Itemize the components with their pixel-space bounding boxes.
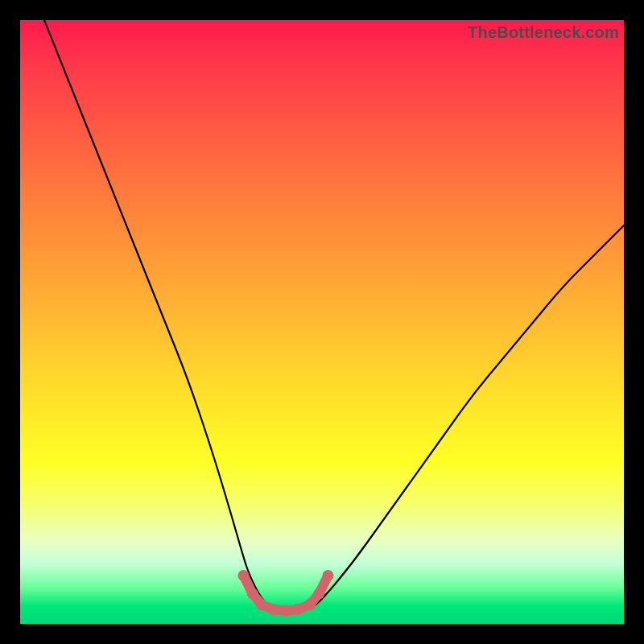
bottleneck-curve bbox=[44, 20, 624, 612]
marker-dot bbox=[247, 588, 258, 600]
marker-dot bbox=[304, 599, 316, 610]
marker-dot bbox=[313, 588, 324, 600]
marker-dots-group bbox=[238, 570, 334, 617]
marker-dot bbox=[323, 570, 334, 581]
chart-container: TheBottleneck.com bbox=[0, 0, 644, 644]
plot-area: TheBottleneck.com bbox=[20, 20, 624, 624]
marker-dot bbox=[238, 570, 250, 581]
marker-dot bbox=[292, 604, 303, 615]
marker-dot bbox=[280, 605, 291, 617]
marker-dot bbox=[256, 599, 267, 610]
marker-dot bbox=[268, 604, 279, 615]
chart-svg bbox=[20, 20, 624, 624]
